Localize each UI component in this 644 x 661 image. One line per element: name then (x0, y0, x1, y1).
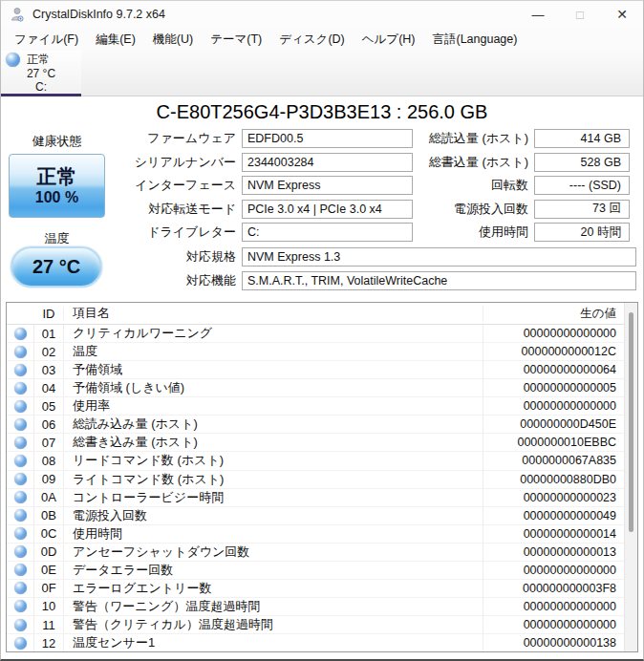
field-total-host-writes: 総書込量 (ホスト) 528 GB (421, 153, 636, 172)
table-row[interactable]: 05 使用率 00000000000000 (7, 396, 637, 415)
table-body: 01 クリティカルワーニング 00000000000000 02 温度 0000… (7, 325, 637, 651)
row-id: 0F (34, 580, 64, 597)
table-row[interactable]: 12 温度センサー1 00000000000138 (7, 633, 637, 651)
field-standard-label: 対応規格 (1, 248, 242, 266)
field-features-label: 対応機能 (1, 272, 242, 289)
field-total-host-reads-value: 414 GB (534, 129, 630, 148)
row-raw-value: 00000000880DB0 (483, 471, 622, 488)
row-raw-value: 00000000000000 (483, 598, 622, 615)
row-id: 0D (34, 544, 64, 561)
row-raw-value: 0000000067A835 (483, 452, 622, 469)
field-transfer-mode-value: PCIe 3.0 x4 | PCIe 3.0 x4 (242, 200, 413, 219)
status-orb-icon (14, 346, 27, 358)
status-orb-icon (14, 382, 27, 394)
row-id: 05 (34, 397, 64, 415)
close-button[interactable]: ✕ (601, 1, 643, 28)
table-row[interactable]: 0D アンセーフシャットダウン回数 00000000000013 (7, 543, 637, 561)
row-id: 12 (34, 634, 64, 651)
table-row[interactable]: 07 総書き込み量 (ホスト) 0000000010EBBC (7, 433, 637, 451)
row-id: 0C (34, 525, 64, 543)
field-rotation-rate-label: 回転数 (421, 177, 534, 194)
field-transfer-mode-label: 対応転送モード (1, 201, 242, 218)
menu-item-language[interactable]: 言語(Language) (423, 29, 526, 51)
drive-tab-temperature: 27 °C (1, 67, 81, 80)
row-name: 使用率 (64, 397, 483, 415)
field-serial-number: シリアルナンバー 2344003284 (1, 153, 419, 172)
field-standard: 対応規格 NVM Express 1.3 (1, 247, 636, 267)
table-row[interactable]: 0A コントローラービジー時間 00000000000023 (7, 488, 637, 506)
table-row[interactable]: 11 警告（クリティカル）温度超過時間 00000000000000 (7, 615, 637, 633)
menu-item-edit[interactable]: 編集(E) (87, 29, 144, 51)
table-scrollbar-thumb[interactable] (629, 312, 633, 532)
table-header-id[interactable]: ID (34, 307, 64, 321)
table-header-row: ID 項目名 生の値 (7, 303, 637, 325)
table-row[interactable]: 0C 使用時間 00000000000014 (7, 524, 637, 543)
row-id: 09 (34, 471, 64, 488)
row-name: 温度センサー1 (64, 634, 483, 651)
menu-item-disk[interactable]: ディスク(D) (270, 29, 354, 51)
row-name: 電源投入回数 (64, 507, 483, 524)
status-orb-icon (14, 509, 27, 522)
field-firmware-value: EDFD00.5 (242, 129, 413, 148)
row-raw-value: 00000000000005 (483, 379, 622, 396)
row-raw-value: 00000000000014 (483, 525, 622, 543)
row-id: 0B (34, 507, 64, 524)
smart-table: ID 項目名 生の値 01 クリティカルワーニング 00000000000000… (6, 302, 638, 652)
maximize-button[interactable]: □ (559, 1, 601, 28)
status-orb-icon (14, 637, 27, 650)
row-raw-value: 000000000003F8 (483, 580, 622, 597)
row-name: 使用時間 (64, 525, 483, 543)
row-name: ライトコマンド数 (ホスト) (64, 471, 483, 488)
status-orb-icon (14, 364, 27, 376)
row-id: 0E (34, 562, 64, 579)
table-row[interactable]: 08 リードコマンド数 (ホスト) 0000000067A835 (7, 451, 637, 469)
table-row[interactable]: 01 クリティカルワーニング 00000000000000 (7, 325, 637, 342)
row-raw-value: 00000000000064 (483, 361, 622, 378)
table-row[interactable]: 10 警告（ワーニング）温度超過時間 00000000000000 (7, 597, 637, 615)
menu-item-theme[interactable]: テーマ(T) (202, 29, 270, 51)
menu-item-file[interactable]: ファイル(F) (6, 29, 87, 51)
table-row[interactable]: 02 温度 0000000000012C (7, 342, 637, 360)
status-orb-icon (14, 527, 27, 540)
title-bar: CrystalDiskInfo 9.7.2 x64 — □ ✕ (1, 1, 643, 28)
drive-status-icon (6, 53, 20, 67)
drive-tab-c[interactable]: 正常 27 °C C: (1, 51, 81, 96)
status-orb-icon (14, 619, 27, 631)
table-row[interactable]: 0F エラーログエントリー数 000000000003F8 (7, 579, 637, 597)
minimize-button[interactable]: — (517, 1, 559, 28)
field-serial-number-label: シリアルナンバー (1, 154, 242, 171)
status-orb-icon (14, 328, 27, 340)
table-row[interactable]: 06 総読み込み量 (ホスト) 000000000D450E (7, 415, 637, 433)
drive-info-fields-right: 総読込量 (ホスト) 414 GB 総書込量 (ホスト) 528 GB 回転数 … (421, 129, 636, 246)
row-name: 温度 (64, 343, 483, 360)
field-power-on-count-value: 73 回 (534, 200, 630, 219)
row-id: 08 (34, 452, 64, 469)
status-orb-icon (14, 564, 27, 576)
status-orb-icon (14, 437, 27, 449)
table-row[interactable]: 0E データエラー回数 00000000000000 (7, 561, 637, 579)
field-transfer-mode: 対応転送モード PCIe 3.0 x4 | PCIe 3.0 x4 (1, 200, 419, 219)
table-row[interactable]: 04 予備領域 (しきい値) 00000000000005 (7, 378, 637, 396)
field-interface-label: インターフェース (1, 177, 242, 194)
field-drive-letter-label: ドライブレター (1, 224, 242, 241)
table-row[interactable]: 0B 電源投入回数 00000000000049 (7, 506, 637, 524)
menu-item-help[interactable]: ヘルプ(H) (354, 29, 424, 51)
window-title: CrystalDiskInfo 9.7.2 x64 (32, 8, 165, 21)
row-id: 11 (34, 616, 64, 633)
field-interface-value: NVM Express (242, 176, 413, 195)
table-row[interactable]: 09 ライトコマンド数 (ホスト) 00000000880DB0 (7, 470, 637, 488)
status-orb-icon (14, 491, 27, 503)
row-raw-value: 00000000000000 (483, 397, 622, 415)
field-standard-value: NVM Express 1.3 (242, 247, 636, 267)
row-raw-value: 000000000D450E (483, 416, 622, 433)
row-id: 06 (34, 416, 64, 433)
drive-tab-status: 正常 (27, 52, 50, 68)
menu-item-function[interactable]: 機能(U) (144, 29, 202, 51)
table-scrollbar[interactable] (624, 303, 637, 651)
table-header-raw-value[interactable]: 生の値 (483, 306, 622, 322)
row-raw-value: 0000000000012C (483, 343, 622, 360)
table-row[interactable]: 03 予備領域 00000000000064 (7, 360, 637, 378)
field-total-host-writes-value: 528 GB (534, 153, 630, 172)
row-name: 警告（クリティカル）温度超過時間 (64, 616, 483, 633)
table-header-name[interactable]: 項目名 (64, 305, 483, 322)
